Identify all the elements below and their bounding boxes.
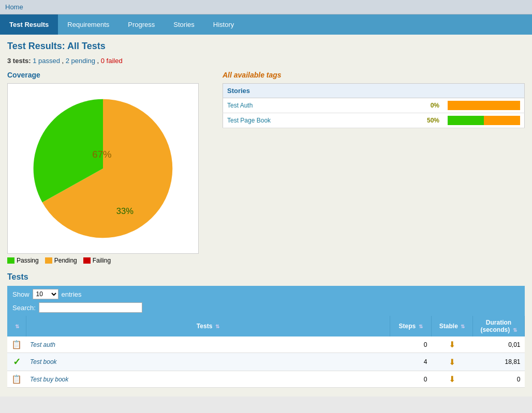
results-header-row: ⇅ Tests ⇅ Steps ⇅ Stable ⇅ D <box>7 316 525 336</box>
chart-container: 67% 33% <box>7 83 199 254</box>
story-pagebook-name[interactable]: Test Page Book <box>223 113 418 128</box>
legend-failing-label: Failing <box>93 257 111 264</box>
test-count: 3 tests: <box>7 57 31 65</box>
legend-failing: Failing <box>83 257 111 264</box>
failed-count-val: 0 failed <box>101 57 123 65</box>
sort-icon-duration: ⇅ <box>513 327 517 333</box>
stable-icon-2: ⬇ <box>449 358 455 366</box>
stable-cell-2: ⬇ <box>432 353 473 371</box>
test-name-link-1[interactable]: Test auth <box>30 341 55 348</box>
duration-cell-1: 0,01 <box>473 336 525 353</box>
status-icon-cell-3: 📋 <box>7 371 26 388</box>
tab-history[interactable]: History <box>204 14 243 35</box>
legend-pending-label: Pending <box>54 257 77 264</box>
sort-col-left[interactable]: ⇅ <box>7 316 26 336</box>
tests-label: Tests <box>7 272 525 282</box>
sort-icon-tests: ⇅ <box>215 324 219 329</box>
col-steps[interactable]: Steps ⇅ <box>390 316 432 336</box>
stories-table: Stories Test Auth 0% Test Pag <box>223 83 525 128</box>
stable-cell-1: ⬇ <box>432 336 473 353</box>
stable-icon-3: ⬇ <box>449 375 455 384</box>
stories-header: Stories <box>223 84 525 98</box>
legend-passing-label: Passing <box>17 257 39 264</box>
stable-icon-1: ⬇ <box>449 340 455 349</box>
pending-color-box <box>45 257 52 264</box>
col-steps-label: Steps <box>398 323 416 330</box>
legend-pending: Pending <box>45 257 77 264</box>
story-auth-pct: 0% <box>418 98 444 113</box>
duration-cell-2: 18,81 <box>473 353 525 371</box>
sort-icon-steps: ⇅ <box>419 324 423 329</box>
show-label: Show <box>12 290 29 298</box>
two-column-layout: Coverage <box>7 71 525 264</box>
summary-line: 3 tests: 1 passed , 2 pending , 0 failed <box>7 57 525 65</box>
steps-cell-1: 0 <box>390 336 432 353</box>
separator1: , <box>62 57 66 65</box>
sort-icon-left: ⇅ <box>15 324 19 329</box>
home-bar: Home <box>0 0 532 14</box>
status-icon-cell-2: ✓ <box>7 353 26 371</box>
tests-section: Tests Show 10 25 50 100 entries Search: <box>7 272 525 388</box>
col-duration-label: Duration (seconds) <box>480 319 511 333</box>
nav-tabs: Test Results Requirements Progress Stori… <box>0 14 532 35</box>
home-link[interactable]: Home <box>5 3 23 11</box>
col-duration[interactable]: Duration (seconds) ⇅ <box>473 316 525 336</box>
tab-progress[interactable]: Progress <box>119 14 164 35</box>
tags-section: All available tags Stories Test Auth 0% <box>223 71 525 264</box>
passing-color-box <box>7 257 14 264</box>
tags-title: All available tags <box>223 71 525 79</box>
search-input[interactable] <box>39 302 142 313</box>
test-name-cell-3: Test buy book <box>26 371 390 388</box>
test-name-cell-2: Test book <box>26 353 390 371</box>
tab-test-results[interactable]: Test Results <box>0 14 58 35</box>
test-name-link-3[interactable]: Test buy book <box>30 376 68 383</box>
story-pagebook-pct: 50% <box>418 113 444 128</box>
stable-cell-3: ⬇ <box>432 371 473 388</box>
table-row: 📋 Test buy book 0 ⬇ 0 <box>7 371 525 388</box>
page-title: Test Results: All Tests <box>7 41 525 52</box>
col-stable-label: Stable <box>439 323 458 330</box>
search-label: Search: <box>12 304 36 312</box>
passed-count-val: 1 passed <box>33 57 60 65</box>
col-tests-label: Tests <box>197 323 212 330</box>
tab-stories[interactable]: Stories <box>164 14 203 35</box>
test-name-link-2[interactable]: Test book <box>30 358 57 365</box>
pending-pct-label: 67% <box>92 149 111 160</box>
story-row-auth: Test Auth 0% <box>223 98 525 113</box>
results-table: ⇅ Tests ⇅ Steps ⇅ Stable ⇅ D <box>7 316 525 388</box>
duration-cell-3: 0 <box>473 371 525 388</box>
pending-count-val: 2 pending <box>66 57 95 65</box>
story-row-pagebook: Test Page Book 50% <box>223 113 525 128</box>
search-row: Search: <box>12 302 520 313</box>
main-content: Test Results: All Tests 3 tests: 1 passe… <box>0 35 532 396</box>
legend-passing: Passing <box>7 257 39 264</box>
datatable-controls: Show 10 25 50 100 entries Search: <box>7 286 525 316</box>
story-pagebook-bar <box>444 113 525 128</box>
pending-icon-1: 📋 <box>11 340 22 349</box>
failing-color-box <box>83 257 91 264</box>
story-auth-bar <box>444 98 525 113</box>
sort-icon-stable: ⇅ <box>461 324 465 329</box>
tab-requirements[interactable]: Requirements <box>58 14 119 35</box>
entries-label: entries <box>62 290 82 298</box>
col-stable[interactable]: Stable ⇅ <box>432 316 473 336</box>
passing-pct-label: 33% <box>116 206 134 216</box>
table-row: 📋 Test auth 0 ⬇ 0,01 <box>7 336 525 353</box>
steps-cell-3: 0 <box>390 371 432 388</box>
show-row: Show 10 25 50 100 entries <box>12 289 520 299</box>
passing-icon-2: ✓ <box>13 357 21 367</box>
steps-cell-2: 4 <box>390 353 432 371</box>
test-name-cell-1: Test auth <box>26 336 390 353</box>
pending-icon-3: 📋 <box>11 375 22 384</box>
pie-chart: 67% 33% <box>23 88 183 249</box>
table-row: ✓ Test book 4 ⬇ 18,81 <box>7 353 525 371</box>
col-tests[interactable]: Tests ⇅ <box>26 316 390 336</box>
status-icon-cell-1: 📋 <box>7 336 26 353</box>
coverage-section: Coverage <box>7 71 214 264</box>
show-entries-select[interactable]: 10 25 50 100 <box>33 289 58 299</box>
separator2: , <box>97 57 101 65</box>
story-auth-name[interactable]: Test Auth <box>223 98 418 113</box>
chart-legend: Passing Pending Failing <box>7 257 214 264</box>
coverage-label: Coverage <box>7 71 214 79</box>
